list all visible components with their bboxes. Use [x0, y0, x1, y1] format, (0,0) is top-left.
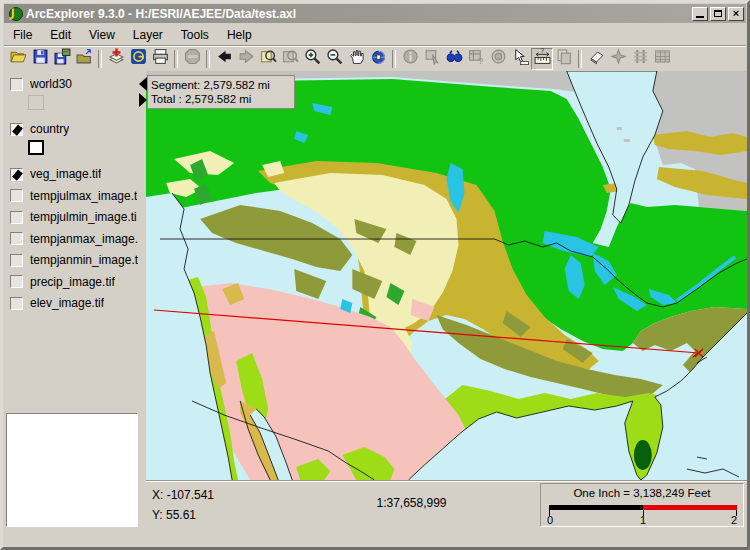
legend-swatch-country — [28, 140, 44, 155]
menu-help[interactable]: Help — [218, 26, 261, 44]
layer-item-country[interactable]: country — [10, 121, 140, 137]
zoom-in-icon — [304, 48, 321, 69]
toolbar-zoom-out-button[interactable] — [323, 48, 345, 70]
menu-file[interactable]: File — [4, 26, 41, 44]
zoom-out-icon — [326, 48, 343, 69]
titlebar[interactable]: ArcExplorer 9.3.0 - H:/ESRI/AEJEE/Data/t… — [4, 4, 746, 23]
layer-checkbox[interactable] — [10, 168, 23, 181]
layer-item-veg-image-tif[interactable]: veg_image.tif — [10, 166, 140, 182]
save-as-icon — [54, 48, 71, 69]
measure-total: Total : 2,579.582 mi — [151, 92, 291, 106]
layer-checkbox[interactable] — [10, 275, 23, 288]
layer-item-precip-image-tif[interactable]: precip_image.tif — [10, 274, 140, 290]
layer-checkbox[interactable] — [10, 123, 23, 136]
arcexplorer-window: ArcExplorer 9.3.0 - H:/ESRI/AEJEE/Data/t… — [0, 0, 750, 550]
export-folder-icon — [76, 48, 93, 69]
map-canvas[interactable] — [146, 71, 747, 480]
layer-item-tempjanmin-image-t[interactable]: tempjanmin_image.t — [10, 252, 140, 268]
toolbar-save-as-button[interactable] — [51, 48, 73, 70]
legend-swatch-world30 — [28, 95, 44, 110]
layer-label: world30 — [30, 77, 72, 91]
layer-label: elev_image.tif — [30, 296, 104, 310]
layer-checkbox[interactable] — [10, 78, 23, 91]
pan-icon — [348, 48, 365, 69]
toolbar-pan-button[interactable] — [345, 48, 367, 70]
toolbar-clear-selection-button — [607, 48, 629, 70]
eraser-icon — [588, 48, 605, 69]
open-project-icon — [10, 48, 27, 69]
scale-ratio: 1:37,658,999 — [296, 496, 527, 510]
measure-segment: Segment: 2,579.582 mi — [151, 78, 291, 92]
toolbar-zoom-active-layer-button — [279, 48, 301, 70]
close-icon: × — [733, 8, 739, 19]
toolbar-attribute-table-button — [651, 48, 673, 70]
toolbar-export-folder-button[interactable] — [73, 48, 95, 70]
toolbar-back-button[interactable] — [213, 48, 235, 70]
close-button[interactable]: × — [728, 7, 744, 21]
scalebar-black-segment — [549, 505, 643, 510]
menu-view[interactable]: View — [80, 26, 124, 44]
maximize-button[interactable] — [710, 7, 726, 21]
menu-layer[interactable]: Layer — [124, 26, 172, 44]
everglades — [634, 440, 652, 470]
toolbar-zoom-full-extent-button[interactable] — [257, 48, 279, 70]
layer-item-elev-image-tif[interactable]: elev_image.tif — [10, 295, 140, 311]
scalebar-panel: One Inch = 3,138,249 Feet 0 1 2 — [540, 483, 744, 527]
layer-checkbox[interactable] — [10, 211, 23, 224]
layer-label: country — [30, 122, 69, 136]
overview-rails-icon — [632, 48, 649, 69]
clear-selection-icon — [610, 48, 627, 69]
toolbar-pan-one-button[interactable] — [367, 48, 389, 70]
scalebar-tick-label: 2 — [731, 514, 737, 526]
overview-panel — [6, 413, 138, 527]
cursor-y: Y: 55.61 — [152, 508, 196, 522]
toolbar-select-tool-button[interactable] — [509, 48, 531, 70]
toolbar-measure-button[interactable]: ? — [531, 48, 553, 70]
toolbar-add-layers-button[interactable] — [105, 48, 127, 70]
back-icon — [216, 48, 233, 69]
svg-text:?: ? — [540, 48, 544, 54]
menu-edit[interactable]: Edit — [41, 26, 80, 44]
layer-list: world30countryveg_image.tiftempjulmax_im… — [4, 71, 140, 411]
maximize-icon — [714, 10, 722, 17]
map-panel: Segment: 2,579.582 mi Total : 2,579.582 … — [146, 71, 747, 480]
toolbar: ?? — [4, 45, 746, 71]
layer-item-tempjanmax-image-[interactable]: tempjanmax_image. — [10, 231, 140, 247]
layer-checkbox[interactable] — [10, 189, 23, 202]
layer-checkbox[interactable] — [10, 297, 23, 310]
scalebar-tick-label: 1 — [640, 514, 646, 526]
layer-item-tempjulmax-image-t[interactable]: tempjulmax_image.t — [10, 188, 140, 204]
collapse-left-icon[interactable] — [139, 77, 147, 91]
scalebar-label: One Inch = 3,138,249 Feet — [541, 487, 743, 499]
pan-one-icon — [370, 48, 387, 69]
toolbar-separator — [206, 50, 210, 68]
layer-label: tempjanmin_image.t — [30, 253, 138, 267]
minimize-button[interactable] — [692, 7, 708, 21]
sidebar-splitter[interactable] — [140, 71, 146, 527]
layer-checkbox[interactable] — [10, 232, 23, 245]
toolbar-query-builder-button: ? — [465, 48, 487, 70]
add-layers-icon — [108, 48, 125, 69]
table-of-contents: world30countryveg_image.tiftempjulmax_im… — [4, 71, 140, 527]
toolbar-geography-network-button[interactable] — [127, 48, 149, 70]
checkmark-icon — [12, 169, 22, 180]
layer-item-tempjulmin-image-ti[interactable]: tempjulmin_image.ti — [10, 209, 140, 225]
select-tool-icon — [512, 48, 529, 69]
toolbar-eraser-button[interactable] — [585, 48, 607, 70]
menu-bar: FileEditViewLayerToolsHelp — [4, 24, 746, 45]
toolbar-forward-button — [235, 48, 257, 70]
collapse-right-icon[interactable] — [139, 93, 147, 107]
layer-item-world30[interactable]: world30 — [10, 76, 140, 92]
toolbar-open-project-button[interactable] — [7, 48, 29, 70]
find-icon — [446, 48, 463, 69]
layer-label: precip_image.tif — [30, 275, 115, 289]
toolbar-zoom-in-button[interactable] — [301, 48, 323, 70]
toolbar-print-button[interactable] — [149, 48, 171, 70]
toolbar-save-button[interactable] — [29, 48, 51, 70]
toolbar-select-features-button — [421, 48, 443, 70]
scalebar-red-segment — [643, 505, 737, 510]
menu-tools[interactable]: Tools — [172, 26, 218, 44]
toolbar-find-button[interactable] — [443, 48, 465, 70]
layer-checkbox[interactable] — [10, 254, 23, 267]
toolbar-identify-button — [399, 48, 421, 70]
